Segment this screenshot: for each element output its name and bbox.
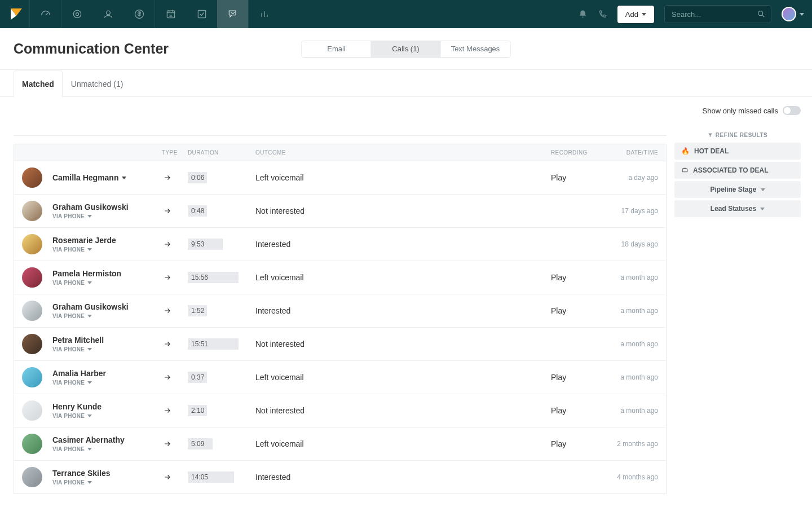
duration-bar: 0:06: [188, 172, 207, 183]
filter-lead-statuses[interactable]: Lead Statuses: [674, 200, 801, 217]
col-duration: DURATION: [188, 149, 255, 156]
table-row: Petra Mitchell VIA PHONE 15:51 Not inter…: [14, 328, 666, 361]
nav-contacts[interactable]: [92, 0, 123, 28]
filter-panel: Show only missed calls REFINE RESULTS 🔥 …: [674, 97, 806, 494]
contact-via[interactable]: VIA PHONE: [52, 213, 129, 219]
contact-avatar[interactable]: [22, 267, 42, 288]
filter-hot-deal[interactable]: 🔥 HOT DEAL: [674, 143, 801, 160]
nav-deals[interactable]: [123, 0, 155, 28]
seg-calls[interactable]: Calls (1): [372, 41, 441, 57]
table-row: Henry Kunde VIA PHONE 2:10 Not intereste…: [14, 394, 666, 427]
call-outcome: Not interested: [255, 406, 551, 415]
duration-bar: 0:48: [188, 205, 207, 217]
missed-calls-toggle[interactable]: [783, 106, 801, 115]
call-date: a month ago: [596, 307, 658, 315]
nav-target[interactable]: [61, 0, 92, 28]
nav-calendar[interactable]: 31: [155, 0, 186, 28]
nav-communication[interactable]: [217, 0, 248, 28]
contact-via[interactable]: VIA PHONE: [52, 280, 121, 286]
call-outcome: Interested: [255, 240, 551, 249]
call-outcome: Not interested: [255, 206, 551, 215]
phone-icon[interactable]: [598, 10, 607, 19]
duration-bar: 15:51: [188, 338, 239, 350]
call-direction-icon: [162, 373, 188, 381]
contact-name[interactable]: Rosemarie Jerde: [52, 236, 116, 245]
contact-name[interactable]: Graham Gusikowski: [52, 302, 129, 311]
table-row: Rosemarie Jerde VIA PHONE 9:53 Intereste…: [14, 228, 666, 261]
contact-avatar[interactable]: [22, 434, 42, 454]
contact-via[interactable]: VIA PHONE: [52, 479, 110, 486]
table-row: Amalia Harber VIA PHONE 0:37 Left voicem…: [14, 361, 666, 394]
contact-via[interactable]: VIA PHONE: [52, 380, 106, 386]
call-direction-icon: [162, 473, 188, 481]
svg-point-0: [73, 10, 81, 17]
call-outcome: Interested: [255, 306, 551, 315]
chevron-down-icon: [760, 208, 765, 210]
contact-name[interactable]: Terrance Skiles: [52, 469, 110, 478]
contact-name[interactable]: Amalia Harber: [52, 369, 106, 378]
play-recording[interactable]: Play: [551, 373, 596, 382]
match-tabs: Matched Unmatched (1): [0, 70, 812, 97]
nav-reports[interactable]: [249, 0, 280, 28]
duration-bar: 2:10: [188, 405, 207, 416]
contact-via[interactable]: VIA PHONE: [52, 446, 125, 452]
contact-avatar[interactable]: [22, 400, 42, 421]
contact-name[interactable]: Casimer Abernathy: [52, 435, 125, 444]
svg-point-2: [106, 11, 110, 15]
call-date: 4 months ago: [596, 473, 658, 481]
bell-icon[interactable]: [578, 10, 588, 19]
svg-text:31: 31: [169, 14, 172, 17]
table-row: Casimer Abernathy VIA PHONE 5:09 Left vo…: [14, 427, 666, 461]
duration-bar: 1:52: [188, 305, 207, 316]
brand-logo[interactable]: [8, 6, 25, 23]
table-row: Pamela Hermiston VIA PHONE 15:56 Left vo…: [14, 261, 666, 294]
duration-bar: 14:05: [188, 471, 234, 483]
filter-associated-deal[interactable]: ASSOCIATED TO DEAL: [674, 162, 801, 179]
contact-name[interactable]: Graham Gusikowski: [52, 202, 129, 211]
play-recording[interactable]: Play: [551, 306, 596, 315]
play-recording[interactable]: Play: [551, 173, 596, 182]
search-icon[interactable]: [757, 10, 766, 19]
chevron-down-icon: [761, 188, 765, 191]
contact-name[interactable]: Petra Mitchell: [52, 336, 104, 345]
contact-via[interactable]: VIA PHONE: [52, 413, 102, 419]
filter-pipeline-stage[interactable]: Pipeline Stage: [674, 181, 801, 198]
seg-text[interactable]: Text Messages: [441, 41, 510, 57]
col-outcome: OUTCOME: [255, 149, 551, 156]
nav-tasks[interactable]: [186, 0, 217, 28]
contact-avatar[interactable]: [22, 167, 42, 188]
contact-via[interactable]: VIA PHONE: [52, 313, 129, 319]
contact-name[interactable]: Pamela Hermiston: [52, 269, 121, 278]
contact-via[interactable]: VIA PHONE: [52, 346, 104, 352]
tab-matched[interactable]: Matched: [14, 70, 63, 97]
call-direction-icon: [162, 407, 188, 415]
nav-dashboard[interactable]: [30, 0, 61, 28]
user-menu[interactable]: [782, 7, 804, 21]
contact-avatar[interactable]: [22, 301, 42, 321]
seg-email[interactable]: Email: [302, 41, 372, 57]
contact-name[interactable]: Camilla Hegmann: [52, 173, 126, 182]
call-outcome: Not interested: [255, 340, 551, 349]
contact-avatar[interactable]: [22, 234, 42, 254]
call-date: 17 days ago: [596, 207, 658, 215]
table-row: Graham Gusikowski VIA PHONE 0:48 Not int…: [14, 195, 666, 228]
duration-bar: 0:37: [188, 372, 207, 383]
contact-avatar[interactable]: [22, 201, 42, 221]
add-button[interactable]: Add: [617, 6, 654, 23]
tab-unmatched[interactable]: Unmatched (1): [63, 70, 132, 97]
play-recording[interactable]: Play: [551, 439, 596, 448]
call-direction-icon: [162, 240, 188, 248]
call-outcome: Interested: [255, 473, 551, 482]
contact-via[interactable]: VIA PHONE: [52, 246, 116, 253]
contact-name[interactable]: Henry Kunde: [52, 402, 102, 411]
call-direction-icon: [162, 340, 188, 348]
contact-avatar[interactable]: [22, 367, 42, 387]
call-date: a day ago: [596, 174, 658, 182]
contact-avatar[interactable]: [22, 334, 42, 354]
search-input[interactable]: [664, 5, 771, 23]
play-recording[interactable]: Play: [551, 406, 596, 415]
contact-avatar[interactable]: [22, 467, 42, 487]
page-title: Communication Center: [14, 41, 169, 57]
call-direction-icon: [162, 440, 188, 448]
play-recording[interactable]: Play: [551, 273, 596, 282]
